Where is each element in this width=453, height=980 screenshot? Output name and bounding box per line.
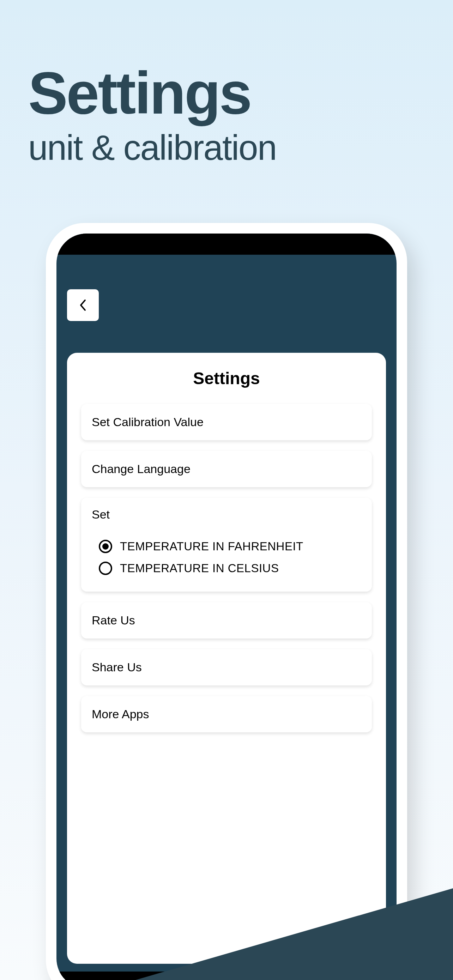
phone-frame: Settings Set Calibration Value Change La… (46, 223, 407, 980)
setting-calibration-label: Set Calibration Value (92, 415, 361, 429)
radio-fahrenheit[interactable]: TEMPERATURE IN FAHRENHEIT (92, 536, 361, 557)
setting-more-apps-label: More Apps (92, 707, 361, 721)
phone-screen: Settings Set Calibration Value Change La… (56, 234, 397, 980)
setting-share-us[interactable]: Share Us (81, 649, 372, 686)
setting-share-us-label: Share Us (92, 660, 361, 674)
chevron-left-icon (79, 299, 87, 312)
setting-language[interactable]: Change Language (81, 451, 372, 487)
radio-celsius-label: TEMPERATURE IN CELSIUS (120, 562, 279, 575)
setting-rate-us-label: Rate Us (92, 614, 361, 627)
radio-circle-icon (99, 562, 112, 575)
promo-title: Settings (28, 64, 425, 123)
temperature-group-label: Set (92, 508, 361, 522)
promo-header: Settings unit & calibration (0, 0, 453, 169)
setting-rate-us[interactable]: Rate Us (81, 602, 372, 638)
promo-subtitle: unit & calibration (28, 126, 425, 169)
setting-calibration[interactable]: Set Calibration Value (81, 404, 372, 440)
panel-title: Settings (81, 369, 372, 388)
setting-language-label: Change Language (92, 462, 361, 476)
radio-circle-icon (99, 540, 112, 553)
setting-more-apps[interactable]: More Apps (81, 696, 372, 732)
phone-notch (140, 234, 313, 255)
radio-fahrenheit-label: TEMPERATURE IN FAHRENHEIT (120, 540, 304, 553)
setting-temperature-group: Set TEMPERATURE IN FAHRENHEIT TEMPERATUR… (81, 498, 372, 592)
radio-celsius[interactable]: TEMPERATURE IN CELSIUS (92, 557, 361, 579)
back-button[interactable] (67, 289, 99, 321)
settings-panel: Settings Set Calibration Value Change La… (67, 353, 386, 964)
